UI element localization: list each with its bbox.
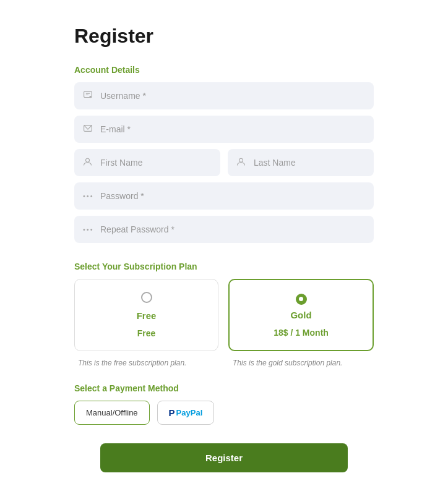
account-section: Account Details [74,65,374,243]
plan-free-description: This is the free subscription plan. [78,359,215,367]
plan-gold-name: Gold [239,310,363,320]
plan-free-name: Free [85,310,208,321]
paypal-logo: P PayPal [169,407,203,418]
plan-gold[interactable]: Gold 18$ / 1 Month [228,279,374,351]
paypal-p-icon: P [169,407,175,418]
plan-gold-radio [296,294,307,305]
lastname-input[interactable] [228,149,374,176]
subscription-section: Select Your Subscription Plan Free Free … [74,262,374,367]
payment-section: Select a Payment Method Manual/Offline P… [74,383,374,425]
username-input[interactable] [74,82,374,109]
paypal-text-icon: PayPal [176,408,203,417]
register-btn-container: Register [74,443,374,472]
plan-free-price: Free [85,328,208,338]
subscription-label: Select Your Subscription Plan [74,262,374,271]
password-input[interactable] [74,182,374,210]
repeat-password-wrapper: ••• [74,216,374,243]
firstname-input[interactable] [74,149,220,176]
plans-row: Free Free Gold 18$ / 1 Month [74,279,374,351]
account-section-label: Account Details [74,65,374,75]
paypal-button[interactable]: P PayPal [157,401,215,425]
repeat-password-input[interactable] [74,216,374,243]
page-title: Register [74,25,374,48]
manual-offline-button[interactable]: Manual/Offline [74,401,150,425]
plan-free-radio [141,292,152,303]
manual-offline-label: Manual/Offline [86,408,138,417]
name-row [74,149,374,182]
page-container: Register Account Details [0,0,448,494]
plan-free[interactable]: Free Free [74,279,218,351]
firstname-wrapper [74,149,220,176]
payment-methods: Manual/Offline P PayPal [74,401,374,425]
username-wrapper [74,82,374,109]
email-input[interactable] [74,116,374,143]
plan-gold-price: 18$ / 1 Month [239,328,363,338]
email-wrapper [74,116,374,143]
password-wrapper: ••• [74,182,374,210]
register-button[interactable]: Register [100,443,348,472]
payment-label: Select a Payment Method [74,383,374,393]
lastname-wrapper [228,149,374,176]
plan-gold-description: This is the gold subscription plan. [233,359,370,367]
